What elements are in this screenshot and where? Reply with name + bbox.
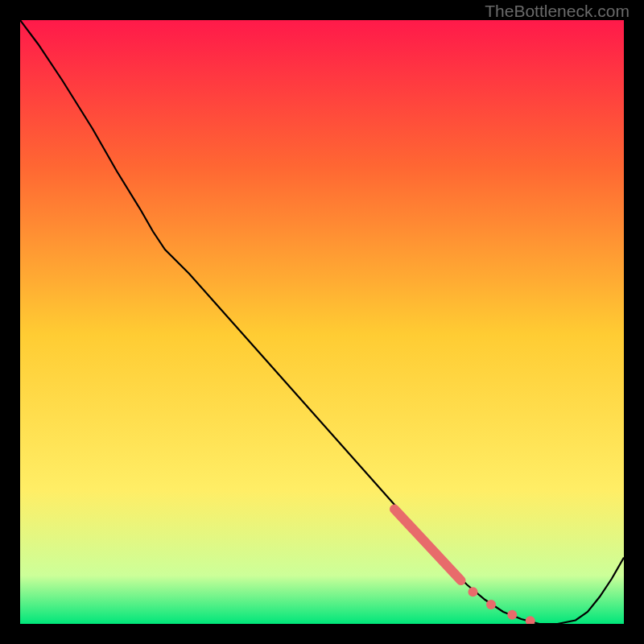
highlight-dot — [469, 587, 478, 597]
curve-overlay — [20, 20, 624, 624]
highlight-dot — [507, 610, 517, 620]
highlight-dot — [486, 600, 496, 609]
plot-group — [20, 20, 624, 624]
bottleneck-curve-path — [20, 20, 624, 624]
chart-container — [20, 20, 624, 624]
highlight-segment — [394, 510, 461, 581]
highlight-dot — [526, 616, 535, 624]
watermark-text: TheBottleneck.com — [485, 2, 630, 21]
